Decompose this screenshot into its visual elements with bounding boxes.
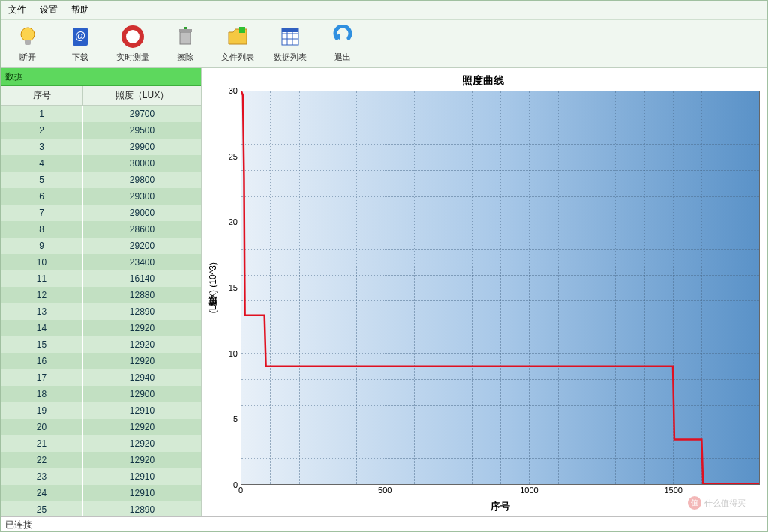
col-index-header[interactable]: 序号	[1, 86, 83, 105]
cell-lux: 29300	[83, 188, 201, 205]
table-row[interactable]: 828600	[1, 221, 201, 238]
cell-index: 5	[1, 172, 83, 188]
table-row[interactable]: 1312890	[1, 303, 201, 320]
svg-rect-6	[180, 32, 190, 44]
chart-panel: 照度曲线 照度值(LUX) (10^3) 051015202530 050010…	[202, 68, 767, 516]
table-row[interactable]: 729000	[1, 205, 201, 221]
table-row[interactable]: 529800	[1, 172, 201, 188]
cell-lux: 28600	[83, 221, 201, 238]
table-row[interactable]: 2212920	[1, 452, 201, 468]
y-tick: 10	[229, 349, 238, 358]
svg-text:@: @	[75, 30, 86, 42]
folder-icon	[224, 23, 251, 50]
table-row[interactable]: 629300	[1, 188, 201, 205]
download-button[interactable]: @ 下载	[59, 23, 101, 63]
table-row[interactable]: 2112920	[1, 435, 201, 452]
table-row[interactable]: 1912910	[1, 402, 201, 419]
disconnect-button[interactable]: 断开	[7, 23, 49, 63]
table-row[interactable]: 2512890	[1, 501, 201, 516]
table-row[interactable]: 1412920	[1, 320, 201, 336]
table-row[interactable]: 1023400	[1, 254, 201, 270]
cell-index: 13	[1, 303, 83, 320]
realtime-button[interactable]: 实时测量	[112, 23, 154, 63]
x-axis-label: 序号	[206, 500, 760, 513]
menu-file[interactable]: 文件	[8, 4, 26, 16]
y-tick: 20	[229, 217, 238, 226]
cell-lux: 29800	[83, 172, 201, 188]
table-row[interactable]: 1512920	[1, 336, 201, 353]
cell-index: 2	[1, 122, 83, 139]
toolbar-label: 实时测量	[116, 52, 149, 63]
table-row[interactable]: 1612920	[1, 353, 201, 369]
cell-lux: 29700	[83, 106, 201, 122]
lifebuoy-icon	[119, 23, 146, 50]
cell-index: 8	[1, 221, 83, 238]
toolbar-label: 数据列表	[274, 52, 307, 63]
cell-lux: 12880	[83, 287, 201, 303]
toolbar-label: 文件列表	[221, 52, 254, 63]
lightbulb-icon	[14, 23, 41, 50]
cell-index: 11	[1, 270, 83, 287]
table-body[interactable]: 1297002295003299004300005298006293007290…	[1, 106, 201, 516]
table-row[interactable]: 129700	[1, 106, 201, 122]
cell-index: 9	[1, 238, 83, 254]
cell-index: 7	[1, 205, 83, 221]
table-header: 序号 照度（LUX）	[1, 86, 201, 106]
table-row[interactable]: 430000	[1, 155, 201, 172]
menu-help[interactable]: 帮助	[71, 4, 89, 16]
toolbar: 断开 @ 下载 实时测量 擦除 文件列表	[1, 20, 767, 68]
cell-index: 22	[1, 452, 83, 468]
table-row[interactable]: 1712940	[1, 369, 201, 386]
x-tick: 1000	[520, 486, 538, 495]
cell-lux: 23400	[83, 254, 201, 270]
table-row[interactable]: 2412910	[1, 485, 201, 501]
clear-button[interactable]: 擦除	[164, 23, 206, 63]
cell-lux: 12920	[83, 435, 201, 452]
cell-lux: 29500	[83, 122, 201, 139]
table-row[interactable]: 1212880	[1, 287, 201, 303]
table-row[interactable]: 1116140	[1, 270, 201, 287]
cell-index: 17	[1, 369, 83, 386]
table-row[interactable]: 2312910	[1, 468, 201, 485]
cell-lux: 30000	[83, 155, 201, 172]
cell-lux: 12920	[83, 320, 201, 336]
x-axis: 050010001500	[241, 485, 760, 498]
cell-lux: 12920	[83, 419, 201, 435]
filelist-button[interactable]: 文件列表	[217, 23, 259, 63]
cell-index: 25	[1, 501, 83, 516]
cell-lux: 29000	[83, 205, 201, 221]
table-row[interactable]: 329900	[1, 139, 201, 155]
app-window: 文件 设置 帮助 断开 @ 下载 实时测量 擦除	[0, 0, 768, 532]
cell-index: 16	[1, 353, 83, 369]
y-tick: 30	[229, 86, 238, 95]
datalist-button[interactable]: 数据列表	[269, 23, 311, 63]
svg-rect-14	[282, 28, 298, 32]
cell-lux: 29900	[83, 139, 201, 155]
cell-index: 21	[1, 435, 83, 452]
col-lux-header[interactable]: 照度（LUX）	[83, 86, 201, 105]
cell-lux: 12910	[83, 402, 201, 419]
cell-lux: 12910	[83, 468, 201, 485]
cell-lux: 12920	[83, 336, 201, 353]
y-axis: 051015202530	[220, 91, 241, 485]
data-panel-title: 数据	[1, 68, 201, 86]
exit-button[interactable]: 退出	[322, 23, 364, 63]
status-text: 已连接	[5, 519, 32, 530]
table-row[interactable]: 2012920	[1, 419, 201, 435]
menu-settings[interactable]: 设置	[40, 4, 58, 16]
toolbar-label: 擦除	[177, 52, 194, 63]
grid-icon	[277, 23, 304, 50]
cell-lux: 12920	[83, 452, 201, 468]
table-row[interactable]: 929200	[1, 238, 201, 254]
data-panel: 数据 序号 照度（LUX） 12970022950032990043000052…	[1, 68, 202, 516]
cell-lux: 12890	[83, 303, 201, 320]
cell-index: 10	[1, 254, 83, 270]
cell-lux: 16140	[83, 270, 201, 287]
svg-rect-1	[25, 40, 31, 45]
body: 数据 序号 照度（LUX） 12970022950032990043000052…	[1, 68, 767, 516]
y-axis-label: 照度值(LUX) (10^3)	[206, 91, 220, 485]
table-row[interactable]: 1812900	[1, 386, 201, 402]
plot-area[interactable]	[241, 91, 760, 485]
x-tick: 500	[378, 486, 392, 495]
table-row[interactable]: 229500	[1, 122, 201, 139]
